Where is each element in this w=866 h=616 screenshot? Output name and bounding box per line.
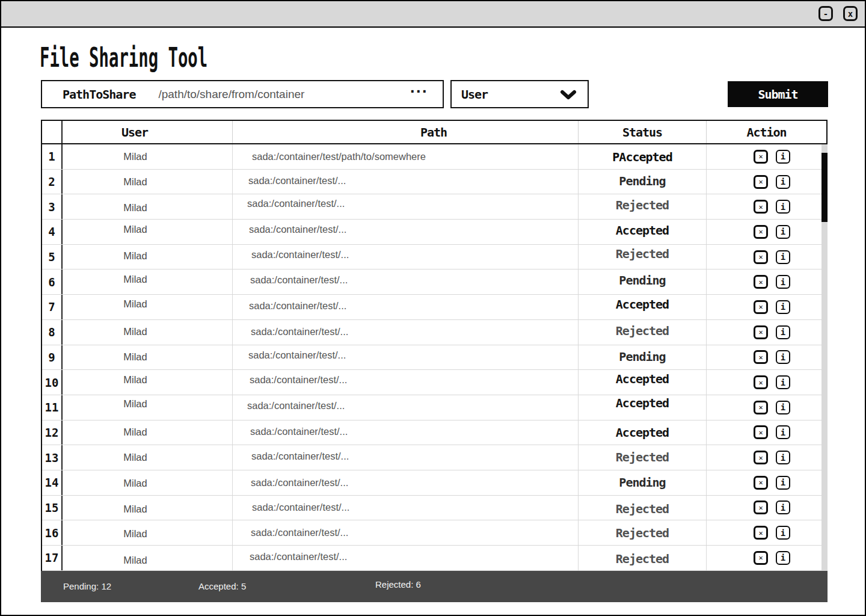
info-icon: i — [781, 203, 785, 211]
delete-button[interactable]: ✕ — [754, 476, 768, 490]
row-status: PAccepted — [579, 144, 707, 169]
table-header: User Path Status Action — [41, 120, 828, 144]
row-status: Accepted — [579, 220, 707, 244]
row-user: Milad — [63, 194, 233, 219]
info-button[interactable]: i — [776, 325, 790, 339]
app-window: - x File Sharing Tool PathToShare /path/… — [0, 0, 866, 616]
x-icon: ✕ — [758, 303, 763, 310]
delete-button[interactable]: ✕ — [754, 526, 768, 540]
row-status: Pending — [579, 270, 707, 294]
row-number: 13 — [42, 445, 63, 470]
row-actions: ✕i — [711, 220, 828, 244]
info-button[interactable]: i — [776, 300, 790, 314]
user-dropdown-value: User — [461, 87, 488, 102]
info-button[interactable]: i — [776, 526, 790, 540]
info-icon: i — [781, 403, 785, 411]
col-header-user: User — [63, 121, 233, 143]
info-button[interactable]: i — [776, 250, 790, 264]
row-path: sada:/container/test/... — [233, 546, 579, 570]
table-scrollbar[interactable] — [821, 144, 828, 571]
info-icon: i — [781, 478, 785, 487]
info-button[interactable]: i — [776, 425, 790, 439]
row-actions: ✕i — [711, 245, 828, 270]
delete-button[interactable]: ✕ — [754, 551, 768, 565]
path-to-share-input[interactable]: PathToShare /path/to/share/from/containe… — [41, 80, 444, 108]
x-icon: ✕ — [758, 328, 763, 336]
row-path: sada:/container/test/... — [233, 320, 579, 345]
delete-button[interactable]: ✕ — [754, 500, 768, 514]
delete-button[interactable]: ✕ — [754, 325, 768, 339]
row-user: Milad — [63, 345, 233, 370]
row-path: sada:/container/test/... — [233, 170, 579, 194]
delete-button[interactable]: ✕ — [754, 200, 768, 214]
delete-button[interactable]: ✕ — [754, 451, 768, 464]
info-button[interactable]: i — [776, 275, 790, 289]
submit-button[interactable]: Submit — [728, 81, 828, 107]
delete-button[interactable]: ✕ — [754, 300, 768, 314]
info-icon: i — [781, 504, 785, 512]
info-button[interactable]: i — [776, 500, 790, 514]
table-row: 12Miladsada:/container/test/...Accepted✕… — [42, 420, 828, 446]
info-button[interactable]: i — [776, 451, 790, 464]
info-icon: i — [781, 378, 785, 387]
row-actions: ✕i — [711, 546, 828, 570]
row-actions: ✕i — [711, 470, 828, 495]
delete-button[interactable]: ✕ — [754, 150, 768, 164]
delete-button[interactable]: ✕ — [754, 401, 768, 414]
info-icon: i — [781, 328, 785, 336]
delete-button[interactable]: ✕ — [754, 275, 768, 289]
info-icon: i — [781, 253, 785, 261]
row-actions: ✕i — [711, 370, 828, 395]
info-button[interactable]: i — [776, 225, 790, 239]
info-button[interactable]: i — [776, 476, 790, 490]
table-row: 6Miladsada:/container/test/...Pending✕i — [42, 270, 828, 295]
row-user: Milad — [63, 220, 233, 244]
row-path: sada:/container/test/path/to/somewhere — [233, 144, 579, 169]
delete-button[interactable]: ✕ — [754, 375, 768, 389]
delete-button[interactable]: ✕ — [754, 425, 768, 439]
row-status: Rejected — [579, 496, 707, 520]
info-button[interactable]: i — [776, 350, 790, 364]
col-header-path: Path — [233, 121, 579, 143]
row-number: 17 — [42, 546, 63, 570]
table-row: 14Miladsada:/container/test/...Pending✕i — [42, 470, 828, 496]
row-actions: ✕i — [711, 420, 828, 445]
table-row: 16Miladsada:/container/test/...Rejected✕… — [42, 520, 828, 546]
row-status: Rejected — [579, 546, 707, 570]
row-path: sada:/container/test/... — [233, 345, 579, 370]
info-button[interactable]: i — [776, 551, 790, 565]
x-icon: ✕ — [758, 554, 763, 561]
delete-button[interactable]: ✕ — [754, 250, 768, 264]
accepted-count: Accepted: 5 — [198, 581, 246, 591]
pending-count: Pending: 12 — [63, 581, 111, 591]
info-button[interactable]: i — [776, 375, 790, 389]
info-icon: i — [781, 278, 785, 286]
row-number: 3 — [42, 194, 63, 219]
delete-button[interactable]: ✕ — [754, 350, 768, 364]
row-user: Milad — [63, 445, 233, 470]
chevron-down-icon — [560, 89, 577, 101]
info-icon: i — [781, 152, 785, 161]
row-number: 14 — [42, 470, 63, 495]
minimize-button[interactable]: - — [818, 6, 833, 21]
info-icon: i — [781, 529, 785, 537]
ellipsis-icon: ··· — [410, 82, 428, 100]
row-status: Accepted — [579, 295, 707, 319]
x-icon: ✕ — [758, 354, 763, 361]
info-button[interactable]: i — [776, 401, 790, 414]
scrollbar-thumb[interactable] — [821, 153, 828, 222]
close-button[interactable]: x — [843, 6, 858, 21]
browse-button[interactable]: ··· — [407, 81, 432, 107]
info-button[interactable]: i — [776, 150, 790, 164]
delete-button[interactable]: ✕ — [754, 225, 768, 239]
row-number: 8 — [42, 320, 63, 345]
user-dropdown[interactable]: User — [450, 80, 589, 108]
info-button[interactable]: i — [776, 200, 790, 214]
row-user: Milad — [63, 546, 233, 570]
row-number: 9 — [42, 345, 63, 370]
info-button[interactable]: i — [776, 175, 790, 189]
row-actions: ✕i — [711, 170, 828, 194]
row-user: Milad — [63, 395, 233, 420]
delete-button[interactable]: ✕ — [754, 175, 768, 189]
row-status: Rejected — [579, 520, 707, 545]
